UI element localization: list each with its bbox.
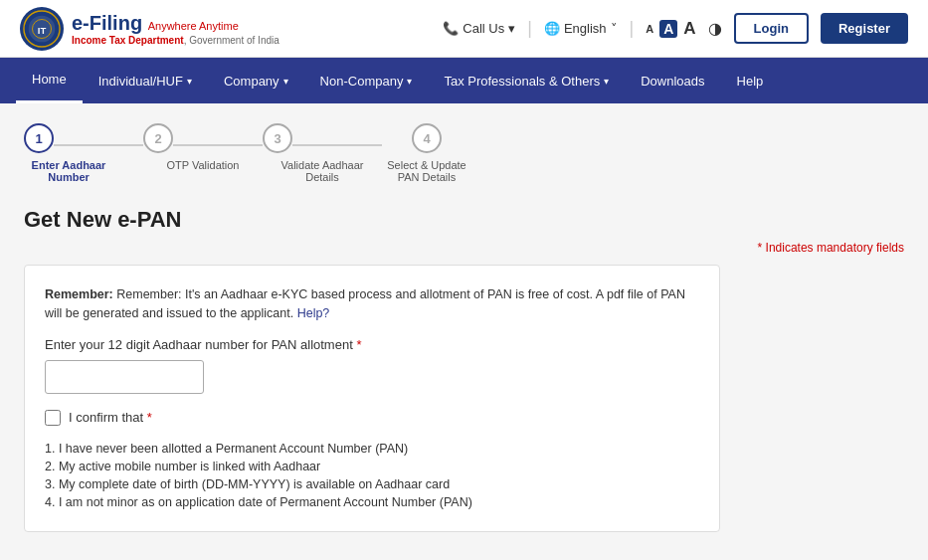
aadhaar-field-label: Enter your 12 digit Aadhaar number for P… — [45, 337, 699, 352]
aadhaar-input[interactable] — [45, 360, 204, 394]
step-circle-1: 1 — [24, 123, 54, 153]
nav-label-downloads: Downloads — [641, 74, 704, 89]
logo-text: e-Filing Anywhere Anytime Income Tax Dep… — [72, 12, 279, 46]
confirm-list: 1. I have never been allotted a Permanen… — [45, 440, 699, 511]
call-us-arrow: ▾ — [508, 21, 515, 36]
step-label-2: OTP Validation — [167, 159, 240, 171]
confirm-item-1: 1. I have never been allotted a Permanen… — [45, 440, 699, 458]
step-label-4: Select & Update PAN Details — [382, 159, 471, 183]
language-selector[interactable]: 🌐 English ˅ — [544, 21, 618, 36]
step-1: 1 Enter Aadhaar Number — [24, 123, 143, 183]
font-medium-button[interactable]: A — [659, 20, 677, 38]
confirm-checkbox[interactable] — [45, 410, 61, 426]
stepper: 1 Enter Aadhaar Number 2 OTP Validation … — [24, 123, 904, 183]
step-label-1: Enter Aadhaar Number — [24, 159, 113, 183]
nav-item-noncompany[interactable]: Non-Company ▾ — [304, 58, 429, 103]
step-label-3: Validate Aadhaar Details — [278, 159, 367, 183]
confirm-checkbox-row: I confirm that * — [45, 410, 699, 426]
globe-icon: 🌐 — [544, 21, 560, 36]
step-2: 2 OTP Validation — [143, 123, 263, 171]
step-line-1 — [54, 144, 143, 146]
svg-text:IT: IT — [38, 24, 47, 35]
main-nav: Home Individual/HUF ▾ Company ▾ Non-Comp… — [0, 58, 928, 103]
confirm-item-3: 3. My complete date of birth (DD-MM-YYYY… — [45, 475, 699, 493]
register-button[interactable]: Register — [821, 13, 908, 44]
nav-label-help: Help — [737, 74, 764, 89]
divider-1: | — [527, 18, 532, 39]
step-line-2 — [173, 144, 263, 146]
nav-item-tax-professionals[interactable]: Tax Professionals & Others ▾ — [428, 58, 625, 103]
nav-item-downloads[interactable]: Downloads — [625, 58, 720, 103]
main-content: 1 Enter Aadhaar Number 2 OTP Validation … — [0, 103, 928, 560]
step-circle-3: 3 — [263, 123, 292, 153]
font-small-button[interactable]: A — [646, 23, 653, 35]
required-marker: * — [356, 337, 361, 352]
nav-item-individual[interactable]: Individual/HUF ▾ — [83, 58, 208, 103]
nav-label-home: Home — [32, 72, 67, 87]
step-line-3 — [292, 144, 382, 146]
page-title: Get New e-PAN — [24, 207, 904, 233]
phone-icon: 📞 — [443, 21, 459, 36]
font-controls: A A A — [646, 19, 695, 39]
language-label: English — [564, 21, 607, 36]
chevron-down-icon: ▾ — [407, 76, 412, 87]
logo-tagline: Anywhere Anytime — [148, 20, 239, 32]
top-header: IT e-Filing Anywhere Anytime Income Tax … — [0, 0, 928, 58]
step-3: 3 Validate Aadhaar Details — [263, 123, 382, 183]
nav-label-individual: Individual/HUF — [98, 74, 183, 89]
chevron-down-icon: ▾ — [604, 76, 609, 87]
font-large-button[interactable]: A — [683, 19, 695, 39]
confirm-item-2: 2. My active mobile number is linked wit… — [45, 458, 699, 475]
logo-emblem: IT — [20, 7, 64, 51]
step-circle-4: 4 — [412, 123, 442, 153]
remember-text: Remember: Remember: It's an Aadhaar e-KY… — [45, 285, 699, 323]
contrast-button[interactable]: ◑ — [708, 19, 722, 38]
call-us-label: Call Us — [463, 21, 504, 36]
nav-item-company[interactable]: Company ▾ — [208, 58, 304, 103]
nav-label-noncompany: Non-Company — [320, 74, 404, 89]
nav-item-home[interactable]: Home — [16, 58, 83, 103]
step-4: 4 Select & Update PAN Details — [382, 123, 471, 183]
nav-item-help[interactable]: Help — [721, 58, 780, 103]
logo-area: IT e-Filing Anywhere Anytime Income Tax … — [20, 7, 279, 51]
confirm-checkbox-label: I confirm that * — [69, 410, 152, 425]
logo-brand: e-Filing Anywhere Anytime — [72, 12, 279, 35]
divider-2: | — [630, 18, 635, 39]
form-card: Remember: Remember: It's an Aadhaar e-KY… — [24, 265, 720, 532]
mandatory-note: * Indicates mandatory fields — [24, 241, 904, 255]
chevron-down-icon: ▾ — [283, 76, 288, 87]
language-arrow: ˅ — [611, 21, 618, 36]
help-link[interactable]: Help? — [297, 306, 330, 320]
logo-subtitle: Income Tax Department, Government of Ind… — [72, 35, 279, 46]
confirm-item-4: 4. I am not minor as on application date… — [45, 493, 699, 511]
login-button[interactable]: Login — [734, 13, 809, 44]
step-circle-2: 2 — [143, 123, 173, 153]
nav-label-company: Company — [224, 74, 279, 89]
nav-label-tax-professionals: Tax Professionals & Others — [444, 74, 600, 89]
call-us-button[interactable]: 📞 Call Us ▾ — [443, 21, 515, 36]
header-controls: 📞 Call Us ▾ | 🌐 English ˅ | A A A ◑ Logi… — [443, 13, 908, 44]
chevron-down-icon: ▾ — [187, 76, 192, 87]
